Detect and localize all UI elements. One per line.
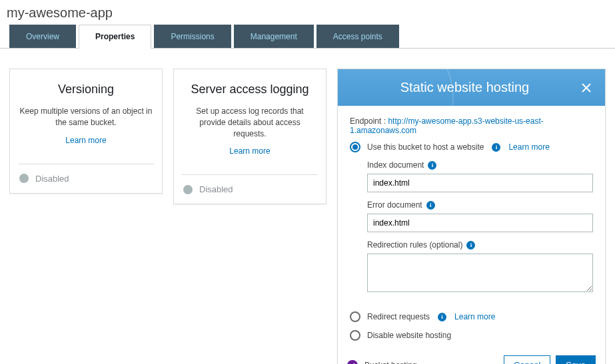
redirect-learn-link[interactable]: Learn more [454,312,495,321]
radio-empty-icon[interactable] [350,311,360,322]
versioning-status: Disabled [18,174,154,184]
close-icon[interactable] [580,81,593,94]
footer-status-text: Bucket hosting [364,361,417,365]
cancel-button[interactable]: Cancel [504,355,550,364]
tab-properties[interactable]: Properties [79,25,151,49]
radio-selected-icon[interactable] [350,142,360,152]
option-host-label: Use this bucket to host a website [367,142,484,152]
check-circle-icon [347,360,358,365]
tab-management[interactable]: Management [234,25,314,48]
endpoint-label: Endpoint : [350,116,388,126]
index-document-label: Index document i [367,160,593,170]
disabled-dot-icon [183,185,193,194]
content-area: Versioning Keep multiple versions of an … [0,49,615,364]
divider [18,164,154,164]
error-document-input[interactable] [367,214,593,232]
host-learn-link[interactable]: Learn more [508,142,549,152]
option-redirect-label: Redirect requests [367,312,430,321]
option-disable-label: Disable website hosting [367,331,451,340]
info-icon[interactable]: i [466,241,475,250]
info-icon[interactable]: i [438,313,446,321]
info-icon[interactable]: i [428,161,436,170]
tab-permissions[interactable]: Permissions [154,25,231,48]
static-website-hosting-panel: Static website hosting Endpoint : http:/… [337,69,606,364]
info-icon[interactable]: i [426,201,435,210]
swh-title: Static website hosting [400,80,529,95]
disabled-dot-icon [19,174,29,183]
logging-card[interactable]: Server access logging Set up access log … [173,69,326,204]
divider [182,174,318,175]
tab-access-points[interactable]: Access points [316,25,399,48]
redirection-rules-label: Redirection rules (optional) i [367,240,593,250]
versioning-desc: Keep multiple versions of an object in t… [18,106,154,128]
logging-status: Disabled [182,184,318,194]
versioning-card[interactable]: Versioning Keep multiple versions of an … [9,69,163,194]
logging-desc: Set up access log records that provide d… [182,106,318,139]
logging-title: Server access logging [182,83,318,96]
option-redirect-requests[interactable]: Redirect requests i Learn more [350,311,593,322]
swh-header: Static website hosting [338,69,605,106]
index-document-input[interactable] [367,174,593,192]
versioning-status-text: Disabled [35,174,69,184]
versioning-learn-link[interactable]: Learn more [65,136,106,145]
logging-learn-link[interactable]: Learn more [229,146,270,156]
swh-body: Endpoint : http://my-awesome-app.s3-webs… [338,106,605,350]
info-icon[interactable]: i [492,143,500,152]
tab-bar: Overview Properties Permissions Manageme… [0,25,615,49]
option-disable-hosting[interactable]: Disable website hosting [350,330,593,341]
logging-status-text: Disabled [199,184,233,194]
tab-overview[interactable]: Overview [9,25,76,48]
page-title: my-awesome-app [0,0,615,25]
endpoint-row: Endpoint : http://my-awesome-app.s3-webs… [350,116,593,135]
swh-footer: Bucket hosting Cancel Save [338,350,605,364]
option-host-website[interactable]: Use this bucket to host a website i Lear… [350,142,593,152]
error-document-label: Error document i [367,200,593,210]
versioning-title: Versioning [18,83,154,96]
redirection-rules-textarea[interactable] [367,254,593,292]
save-button[interactable]: Save [556,355,596,364]
radio-empty-icon[interactable] [350,330,360,341]
